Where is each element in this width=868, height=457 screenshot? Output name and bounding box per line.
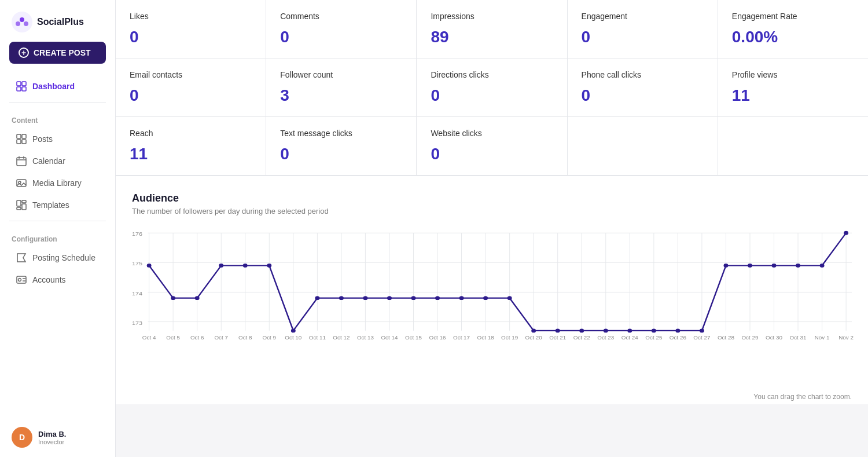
audience-section: Audience The number of followers per day…: [116, 176, 868, 404]
sidebar-item-posting-schedule[interactable]: Posting Schedule: [5, 247, 111, 269]
svg-text:Oct 18: Oct 18: [477, 335, 494, 341]
audience-chart: 176 175 174 173 Oct 4Oct 5Oct 6Oct 7Oct …: [132, 227, 852, 360]
svg-rect-21: [17, 207, 21, 210]
svg-text:Oct 20: Oct 20: [525, 335, 542, 341]
svg-point-84: [604, 328, 608, 332]
svg-text:Oct 19: Oct 19: [501, 335, 518, 341]
svg-point-79: [483, 296, 488, 300]
user-profile[interactable]: D Dima B. Inovector: [0, 418, 115, 457]
svg-point-67: [195, 296, 200, 300]
sidebar-item-accounts[interactable]: Accounts: [5, 269, 111, 291]
svg-point-73: [339, 296, 344, 300]
svg-text:Oct 29: Oct 29: [741, 335, 758, 341]
metric-comments-value: 0: [280, 28, 402, 46]
sidebar-item-calendar[interactable]: Calendar: [5, 150, 111, 172]
svg-text:Oct 26: Oct 26: [670, 335, 686, 341]
metric-likes-label: Likes: [130, 12, 252, 21]
sidebar: SocialPlus + CREATE POST Dashboard Conte…: [0, 0, 116, 457]
sidebar-divider-2: [9, 221, 106, 221]
sidebar-item-posts[interactable]: Posts: [5, 128, 111, 150]
svg-text:Nov 1: Nov 1: [815, 335, 830, 341]
media-library-label: Media Library: [32, 178, 82, 188]
svg-point-86: [652, 328, 656, 332]
metric-directions-clicks-label: Directions clicks: [431, 70, 553, 79]
svg-rect-9: [22, 134, 26, 138]
svg-point-85: [627, 328, 632, 332]
audience-title: Audience: [132, 192, 852, 204]
svg-point-69: [243, 264, 248, 268]
svg-text:Oct 16: Oct 16: [429, 335, 446, 341]
chart-container: 176 175 174 173 Oct 4Oct 5Oct 6Oct 7Oct …: [132, 227, 852, 389]
metric-engagement-rate-value: 0.00%: [732, 28, 854, 46]
metric-phone-call-clicks: Phone call clicks 0: [568, 59, 718, 116]
metric-email-contacts-value: 0: [130, 86, 252, 105]
metric-reach: Reach 11: [116, 117, 266, 175]
templates-label: Templates: [32, 200, 69, 210]
svg-rect-4: [17, 82, 21, 86]
content-section-label: Content: [0, 107, 115, 128]
app-name: SocialPlus: [37, 17, 84, 27]
svg-point-70: [267, 264, 271, 268]
logo: SocialPlus: [0, 0, 115, 42]
metric-directions-clicks: Directions clicks 0: [417, 59, 567, 116]
svg-text:Oct 4: Oct 4: [142, 335, 156, 341]
svg-text:Oct 24: Oct 24: [621, 335, 638, 341]
svg-point-82: [556, 328, 560, 332]
metric-follower-count-value: 3: [280, 86, 402, 105]
sidebar-item-templates[interactable]: Templates: [5, 194, 111, 216]
svg-text:Oct 9: Oct 9: [262, 335, 276, 341]
audience-subtitle: The number of followers per day during t…: [132, 207, 852, 215]
templates-icon: [16, 200, 27, 210]
metric-text-message-clicks-label: Text message clicks: [280, 129, 402, 138]
main-content: Likes 0 Comments 0 Impressions 89 Engage…: [116, 0, 868, 457]
accounts-label: Accounts: [32, 275, 66, 284]
svg-text:Oct 8: Oct 8: [238, 335, 252, 341]
user-name: Dima B.: [38, 430, 66, 438]
svg-point-72: [315, 296, 319, 300]
svg-point-87: [675, 328, 680, 332]
svg-point-83: [579, 328, 584, 332]
svg-point-71: [291, 328, 296, 332]
svg-text:Oct 10: Oct 10: [285, 335, 301, 341]
metric-likes-value: 0: [130, 28, 252, 46]
metric-profile-views-label: Profile views: [732, 70, 854, 79]
metric-reach-value: 11: [130, 145, 252, 163]
metric-impressions-label: Impressions: [431, 12, 553, 21]
svg-point-78: [459, 296, 464, 300]
create-post-button[interactable]: + CREATE POST: [9, 42, 106, 64]
svg-rect-19: [22, 200, 26, 203]
svg-text:173: 173: [132, 320, 142, 326]
metric-email-contacts-label: Email contacts: [130, 70, 252, 79]
posts-icon: [16, 134, 27, 144]
svg-point-65: [147, 264, 152, 268]
metrics-row-1: Likes 0 Comments 0 Impressions 89 Engage…: [116, 0, 868, 59]
svg-point-1: [16, 21, 20, 26]
svg-text:Oct 15: Oct 15: [405, 335, 422, 341]
sidebar-item-dashboard[interactable]: Dashboard: [5, 75, 111, 97]
svg-rect-8: [17, 134, 21, 138]
svg-text:176: 176: [132, 231, 142, 237]
dashboard-label: Dashboard: [32, 82, 75, 91]
metric-text-message-clicks: Text message clicks 0: [266, 117, 416, 175]
svg-text:Oct 22: Oct 22: [573, 335, 590, 341]
svg-point-76: [411, 296, 416, 300]
metric-engagement-value: 0: [582, 28, 704, 46]
create-post-label: CREATE POST: [34, 48, 91, 57]
svg-point-90: [748, 264, 752, 268]
svg-rect-11: [22, 140, 26, 144]
svg-text:Oct 30: Oct 30: [766, 335, 782, 341]
metric-comments: Comments 0: [266, 0, 416, 58]
metric-directions-clicks-value: 0: [431, 86, 553, 105]
metric-empty-2: [718, 117, 868, 175]
metric-empty-1: [568, 117, 718, 175]
svg-marker-22: [17, 254, 25, 262]
metric-website-clicks-label: Website clicks: [431, 129, 553, 138]
svg-text:Oct 17: Oct 17: [453, 335, 470, 341]
metric-phone-call-clicks-value: 0: [582, 86, 704, 105]
sidebar-item-media-library[interactable]: Media Library: [5, 172, 111, 194]
svg-rect-20: [22, 204, 26, 210]
metric-likes: Likes 0: [116, 0, 266, 58]
svg-text:Oct 21: Oct 21: [549, 335, 566, 341]
metric-profile-views-value: 11: [732, 86, 854, 105]
svg-text:Oct 31: Oct 31: [790, 335, 807, 341]
